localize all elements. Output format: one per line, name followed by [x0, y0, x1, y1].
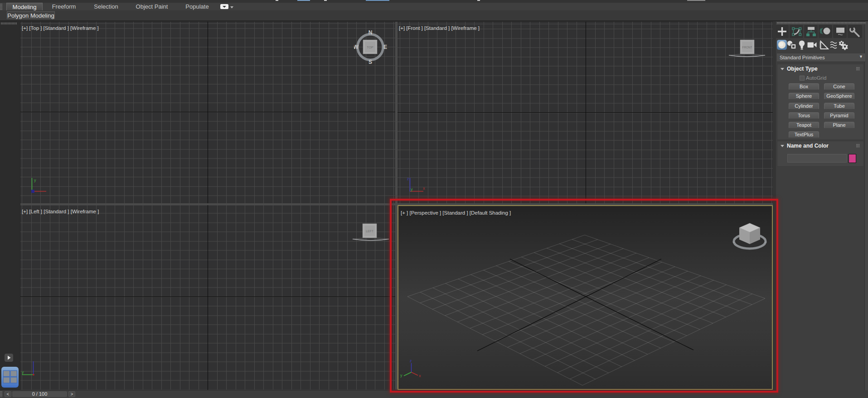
svg-text:S: S — [369, 59, 372, 65]
svg-text:x: x — [423, 186, 425, 191]
svg-text:W: W — [354, 44, 359, 50]
svg-text:LEFT: LEFT — [366, 230, 373, 233]
svg-text:y: y — [34, 178, 36, 182]
svg-text:E: E — [383, 44, 387, 50]
svg-text:TOP: TOP — [367, 46, 373, 49]
svg-text:z: z — [407, 177, 409, 181]
svg-text:N: N — [369, 29, 373, 36]
svg-text:FRONT: FRONT — [742, 46, 752, 49]
svg-text:y: y — [22, 370, 24, 374]
svg-text:y: y — [411, 187, 413, 192]
